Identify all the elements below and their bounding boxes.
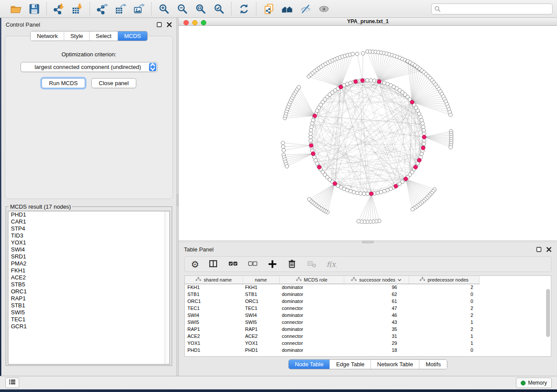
hierarchy-icon xyxy=(419,277,426,282)
table-tab-network-table[interactable]: Network Table xyxy=(370,360,419,369)
add-column-button[interactable] xyxy=(267,258,278,270)
toolbar-separator xyxy=(90,2,90,15)
table-row[interactable]: ORC1ORC1dominator610 xyxy=(185,298,479,305)
table-row[interactable]: SWI5SWI5connector431 xyxy=(185,319,479,326)
hide-eye-button[interactable] xyxy=(298,2,313,16)
import-table-button[interactable] xyxy=(69,2,85,16)
zoom-in-button[interactable] xyxy=(156,2,172,16)
table-row[interactable]: YOX1YOX1connector291 xyxy=(185,340,479,347)
table-tab-motifs[interactable]: Motifs xyxy=(419,360,447,369)
mcds-result-item[interactable]: ACE2 xyxy=(8,274,170,281)
table-row[interactable]: STB1STB1dominator620 xyxy=(185,291,479,298)
close-panel-button[interactable]: Close panel xyxy=(91,78,136,88)
close-panel-icon[interactable] xyxy=(166,22,172,28)
mcds-result-item[interactable]: GCR1 xyxy=(8,323,170,330)
mcds-result-item[interactable]: TEC1 xyxy=(8,316,170,323)
mcds-result-item[interactable]: RAP1 xyxy=(8,295,170,302)
export-table-button[interactable] xyxy=(113,2,128,16)
mcds-result-item[interactable]: STB1 xyxy=(8,302,170,309)
delete-table-icon xyxy=(306,259,317,269)
mcds-result-item[interactable]: SWI4 xyxy=(8,246,170,253)
mcds-result-item[interactable]: STP4 xyxy=(8,225,170,232)
hierarchy-icon xyxy=(195,277,201,282)
mcds-result-item[interactable]: SWI5 xyxy=(8,309,170,316)
import-network-button[interactable] xyxy=(51,2,67,16)
toolbar-separator xyxy=(151,2,152,15)
mcds-result-title: MCDS result (17 nodes) xyxy=(9,203,72,210)
optimization-criterion-dropdown[interactable]: largest connected component (undirected) xyxy=(21,62,158,72)
delete-column-button[interactable] xyxy=(287,258,298,270)
mcds-list-scrollbar[interactable] xyxy=(165,211,170,364)
hide-eye-icon xyxy=(300,3,311,15)
refresh-button[interactable] xyxy=(236,2,252,16)
horizontal-splitter[interactable] xyxy=(179,241,557,243)
mcds-result-list[interactable]: PHD1CAR1STP4TID3YOX1SWI4SRD1PMA2FKH1ACE2… xyxy=(8,211,170,364)
show-eye-icon xyxy=(318,3,330,15)
import-table-icon xyxy=(72,3,83,15)
run-mcds-button[interactable]: Run MCDS xyxy=(42,78,85,88)
float-panel-icon[interactable] xyxy=(156,22,162,28)
columns-button[interactable] xyxy=(208,258,219,270)
clone-network-button[interactable] xyxy=(261,2,277,16)
table-tabs: Node TableEdge TableNetwork TableMotifs xyxy=(288,359,447,369)
column-header-name[interactable]: name xyxy=(242,276,279,284)
tab-mcds[interactable]: MCDS xyxy=(118,31,147,41)
column-header-successor-nodes[interactable]: successor nodes xyxy=(344,276,408,284)
table-row[interactable]: TEC1TEC1connector472 xyxy=(185,305,479,312)
horizontal-splitter-grip[interactable] xyxy=(362,241,374,243)
mcds-result-item[interactable]: ORC1 xyxy=(8,288,170,295)
deselect-all-icon xyxy=(247,259,258,269)
column-header-predecessor-nodes[interactable]: predecessor nodes xyxy=(408,276,479,284)
close-table-panel-icon[interactable] xyxy=(546,247,552,252)
maximize-window-icon[interactable] xyxy=(201,20,206,25)
table-row[interactable]: ACE2ACE2connector311 xyxy=(185,333,479,340)
tab-select[interactable]: Select xyxy=(89,31,118,41)
function-builder-button: f(x) xyxy=(326,258,337,270)
select-all-button[interactable] xyxy=(228,258,239,270)
table-panel-title: Table Panel xyxy=(184,246,214,253)
open-folder-button[interactable] xyxy=(8,2,24,16)
main-toolbar xyxy=(0,0,557,18)
column-header-MCDS-role[interactable]: MCDS role xyxy=(279,276,344,284)
zoom-out-button[interactable] xyxy=(174,2,190,16)
deselect-all-button[interactable] xyxy=(247,258,258,270)
export-network-button[interactable] xyxy=(94,2,110,16)
table-row[interactable]: RAP1RAP1dominator352 xyxy=(185,326,479,333)
network-canvas[interactable] xyxy=(179,26,557,239)
network-titlebar[interactable]: YPA_prune.txt_1 xyxy=(179,18,557,26)
memory-button[interactable]: Memory xyxy=(516,378,552,388)
mcds-result-item[interactable]: TID3 xyxy=(8,232,170,239)
column-header-shared-name[interactable]: shared name xyxy=(185,276,242,284)
mcds-result-item[interactable]: STB5 xyxy=(8,281,170,288)
mcds-result-item[interactable]: CAR1 xyxy=(8,218,170,225)
table-row[interactable]: SWI4SWI4dominator462 xyxy=(185,312,479,319)
show-eye-button[interactable] xyxy=(316,2,332,16)
zoom-selected-button[interactable] xyxy=(211,2,227,16)
table-tab-node-table[interactable]: Node Table xyxy=(289,360,330,369)
homes-button[interactable] xyxy=(279,2,295,16)
task-history-button[interactable] xyxy=(5,378,19,388)
minimize-window-icon[interactable] xyxy=(192,20,197,25)
table-scrollbar-thumb[interactable] xyxy=(546,289,550,337)
search-input[interactable] xyxy=(431,3,553,14)
close-window-icon[interactable] xyxy=(183,20,189,25)
node-table: shared namenameMCDS rolesuccessor nodesp… xyxy=(184,275,551,357)
mcds-result-item[interactable]: SRD1 xyxy=(8,253,170,260)
save-button[interactable] xyxy=(26,2,42,16)
mcds-result-item[interactable]: PHD1 xyxy=(8,211,170,218)
table-row[interactable]: PHD1PHD1dominator180 xyxy=(185,347,479,354)
float-table-panel-icon[interactable] xyxy=(536,247,542,252)
mcds-result-item[interactable]: PMA2 xyxy=(8,260,170,267)
clone-network-icon xyxy=(263,3,275,15)
mcds-result-item[interactable]: FKH1 xyxy=(8,267,170,274)
save-icon xyxy=(28,3,40,15)
settings-gear-button[interactable]: ⚙ xyxy=(191,258,199,270)
zoom-fit-button[interactable] xyxy=(193,2,208,16)
dropdown-stepper-icon xyxy=(149,63,156,71)
export-image-button[interactable] xyxy=(131,2,147,16)
mcds-result-item[interactable]: YOX1 xyxy=(8,239,170,246)
table-row[interactable]: FKH1FKH1dominator962 xyxy=(185,284,479,291)
tab-style[interactable]: Style xyxy=(64,31,89,41)
table-tab-edge-table[interactable]: Edge Table xyxy=(329,360,370,369)
tab-network[interactable]: Network xyxy=(31,31,64,41)
